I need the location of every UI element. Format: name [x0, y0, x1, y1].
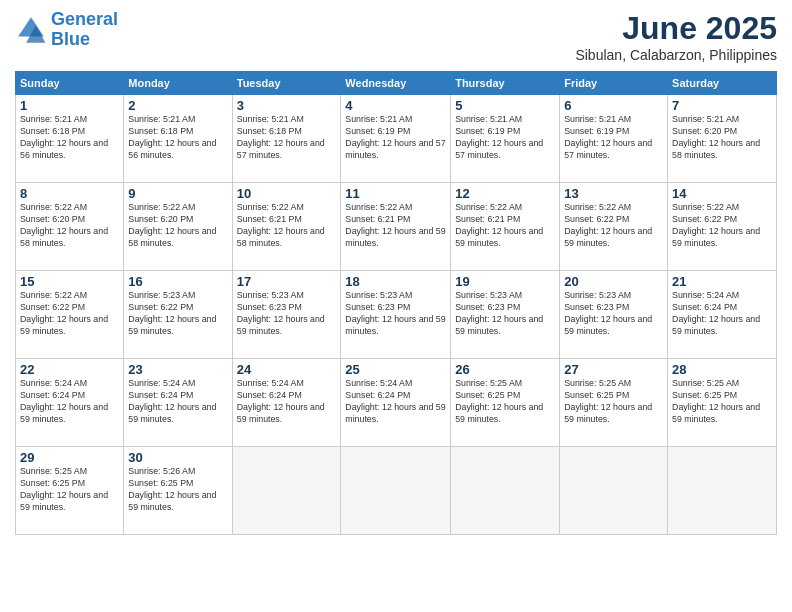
day-info: Sunrise: 5:24 AMSunset: 6:24 PMDaylight:… [128, 378, 227, 426]
header-saturday: Saturday [668, 72, 777, 95]
day-number: 13 [564, 186, 663, 201]
calendar-cell: 22Sunrise: 5:24 AMSunset: 6:24 PMDayligh… [16, 359, 124, 447]
day-info: Sunrise: 5:25 AMSunset: 6:25 PMDaylight:… [564, 378, 663, 426]
calendar-cell: 2Sunrise: 5:21 AMSunset: 6:18 PMDaylight… [124, 95, 232, 183]
calendar-cell: 20Sunrise: 5:23 AMSunset: 6:23 PMDayligh… [560, 271, 668, 359]
calendar-cell: 30Sunrise: 5:26 AMSunset: 6:25 PMDayligh… [124, 447, 232, 535]
day-number: 26 [455, 362, 555, 377]
calendar-cell: 23Sunrise: 5:24 AMSunset: 6:24 PMDayligh… [124, 359, 232, 447]
day-number: 11 [345, 186, 446, 201]
logo-icon [15, 14, 47, 46]
day-info: Sunrise: 5:22 AMSunset: 6:22 PMDaylight:… [20, 290, 119, 338]
logo-text: General Blue [51, 10, 118, 50]
header-friday: Friday [560, 72, 668, 95]
day-number: 25 [345, 362, 446, 377]
calendar-cell: 13Sunrise: 5:22 AMSunset: 6:22 PMDayligh… [560, 183, 668, 271]
day-info: Sunrise: 5:23 AMSunset: 6:22 PMDaylight:… [128, 290, 227, 338]
calendar-cell: 15Sunrise: 5:22 AMSunset: 6:22 PMDayligh… [16, 271, 124, 359]
day-info: Sunrise: 5:22 AMSunset: 6:22 PMDaylight:… [564, 202, 663, 250]
calendar-cell: 21Sunrise: 5:24 AMSunset: 6:24 PMDayligh… [668, 271, 777, 359]
day-number: 2 [128, 98, 227, 113]
day-number: 8 [20, 186, 119, 201]
day-info: Sunrise: 5:21 AMSunset: 6:19 PMDaylight:… [564, 114, 663, 162]
day-number: 16 [128, 274, 227, 289]
day-info: Sunrise: 5:21 AMSunset: 6:19 PMDaylight:… [455, 114, 555, 162]
day-number: 9 [128, 186, 227, 201]
day-info: Sunrise: 5:24 AMSunset: 6:24 PMDaylight:… [345, 378, 446, 426]
day-info: Sunrise: 5:24 AMSunset: 6:24 PMDaylight:… [20, 378, 119, 426]
day-info: Sunrise: 5:23 AMSunset: 6:23 PMDaylight:… [345, 290, 446, 338]
calendar-body: 1Sunrise: 5:21 AMSunset: 6:18 PMDaylight… [16, 95, 777, 535]
month-title: June 2025 [575, 10, 777, 47]
day-number: 6 [564, 98, 663, 113]
calendar: Sunday Monday Tuesday Wednesday Thursday… [15, 71, 777, 535]
header-monday: Monday [124, 72, 232, 95]
day-number: 19 [455, 274, 555, 289]
day-info: Sunrise: 5:24 AMSunset: 6:24 PMDaylight:… [237, 378, 337, 426]
calendar-cell: 29Sunrise: 5:25 AMSunset: 6:25 PMDayligh… [16, 447, 124, 535]
day-number: 18 [345, 274, 446, 289]
page: General Blue June 2025 Sibulan, Calabarz… [0, 0, 792, 612]
day-info: Sunrise: 5:22 AMSunset: 6:21 PMDaylight:… [237, 202, 337, 250]
day-info: Sunrise: 5:21 AMSunset: 6:18 PMDaylight:… [20, 114, 119, 162]
calendar-cell: 25Sunrise: 5:24 AMSunset: 6:24 PMDayligh… [341, 359, 451, 447]
title-block: June 2025 Sibulan, Calabarzon, Philippin… [575, 10, 777, 63]
day-info: Sunrise: 5:25 AMSunset: 6:25 PMDaylight:… [672, 378, 772, 426]
calendar-row: 29Sunrise: 5:25 AMSunset: 6:25 PMDayligh… [16, 447, 777, 535]
calendar-cell: 28Sunrise: 5:25 AMSunset: 6:25 PMDayligh… [668, 359, 777, 447]
calendar-row: 1Sunrise: 5:21 AMSunset: 6:18 PMDaylight… [16, 95, 777, 183]
calendar-cell: 24Sunrise: 5:24 AMSunset: 6:24 PMDayligh… [232, 359, 341, 447]
location-title: Sibulan, Calabarzon, Philippines [575, 47, 777, 63]
calendar-cell: 14Sunrise: 5:22 AMSunset: 6:22 PMDayligh… [668, 183, 777, 271]
day-number: 22 [20, 362, 119, 377]
day-number: 24 [237, 362, 337, 377]
day-number: 14 [672, 186, 772, 201]
day-number: 15 [20, 274, 119, 289]
day-number: 17 [237, 274, 337, 289]
day-info: Sunrise: 5:22 AMSunset: 6:20 PMDaylight:… [20, 202, 119, 250]
day-number: 4 [345, 98, 446, 113]
header-thursday: Thursday [451, 72, 560, 95]
calendar-cell: 18Sunrise: 5:23 AMSunset: 6:23 PMDayligh… [341, 271, 451, 359]
calendar-cell: 1Sunrise: 5:21 AMSunset: 6:18 PMDaylight… [16, 95, 124, 183]
day-info: Sunrise: 5:21 AMSunset: 6:18 PMDaylight:… [237, 114, 337, 162]
calendar-row: 22Sunrise: 5:24 AMSunset: 6:24 PMDayligh… [16, 359, 777, 447]
day-number: 7 [672, 98, 772, 113]
day-info: Sunrise: 5:22 AMSunset: 6:22 PMDaylight:… [672, 202, 772, 250]
header-sunday: Sunday [16, 72, 124, 95]
day-number: 23 [128, 362, 227, 377]
day-info: Sunrise: 5:23 AMSunset: 6:23 PMDaylight:… [564, 290, 663, 338]
day-number: 29 [20, 450, 119, 465]
day-number: 21 [672, 274, 772, 289]
calendar-cell: 12Sunrise: 5:22 AMSunset: 6:21 PMDayligh… [451, 183, 560, 271]
day-number: 30 [128, 450, 227, 465]
logo-line1: General [51, 9, 118, 29]
day-info: Sunrise: 5:26 AMSunset: 6:25 PMDaylight:… [128, 466, 227, 514]
day-number: 1 [20, 98, 119, 113]
calendar-cell [341, 447, 451, 535]
day-number: 10 [237, 186, 337, 201]
day-number: 27 [564, 362, 663, 377]
day-number: 3 [237, 98, 337, 113]
day-info: Sunrise: 5:21 AMSunset: 6:19 PMDaylight:… [345, 114, 446, 162]
calendar-row: 15Sunrise: 5:22 AMSunset: 6:22 PMDayligh… [16, 271, 777, 359]
calendar-cell: 9Sunrise: 5:22 AMSunset: 6:20 PMDaylight… [124, 183, 232, 271]
calendar-cell: 26Sunrise: 5:25 AMSunset: 6:25 PMDayligh… [451, 359, 560, 447]
header-wednesday: Wednesday [341, 72, 451, 95]
calendar-cell: 7Sunrise: 5:21 AMSunset: 6:20 PMDaylight… [668, 95, 777, 183]
day-info: Sunrise: 5:21 AMSunset: 6:18 PMDaylight:… [128, 114, 227, 162]
calendar-cell [560, 447, 668, 535]
day-info: Sunrise: 5:23 AMSunset: 6:23 PMDaylight:… [455, 290, 555, 338]
calendar-cell: 8Sunrise: 5:22 AMSunset: 6:20 PMDaylight… [16, 183, 124, 271]
calendar-cell [668, 447, 777, 535]
day-number: 28 [672, 362, 772, 377]
day-info: Sunrise: 5:23 AMSunset: 6:23 PMDaylight:… [237, 290, 337, 338]
calendar-cell [232, 447, 341, 535]
day-info: Sunrise: 5:21 AMSunset: 6:20 PMDaylight:… [672, 114, 772, 162]
day-info: Sunrise: 5:24 AMSunset: 6:24 PMDaylight:… [672, 290, 772, 338]
day-info: Sunrise: 5:22 AMSunset: 6:21 PMDaylight:… [345, 202, 446, 250]
calendar-cell: 16Sunrise: 5:23 AMSunset: 6:22 PMDayligh… [124, 271, 232, 359]
logo: General Blue [15, 10, 118, 50]
calendar-row: 8Sunrise: 5:22 AMSunset: 6:20 PMDaylight… [16, 183, 777, 271]
calendar-cell: 4Sunrise: 5:21 AMSunset: 6:19 PMDaylight… [341, 95, 451, 183]
